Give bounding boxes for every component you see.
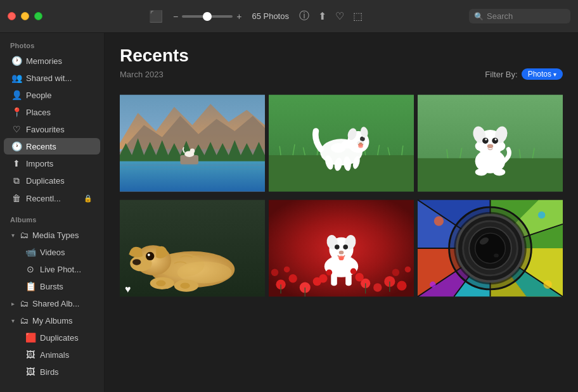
sidebar-item-memories-label: Memories [26,56,62,66]
sidebar-item-bursts-label: Bursts [40,282,63,291]
sidebar-section-photos: Photos [0,33,104,52]
svg-point-33 [358,144,363,148]
sidebar-item-people-label: People [26,91,51,100]
sidebar-item-live-photos[interactable]: ⊙ Live Phot... [4,261,100,277]
sidebar-item-animals-label: Animals [40,350,69,360]
photo-grid: ♥ [120,92,563,299]
svg-point-75 [271,269,278,275]
svg-point-61 [148,254,150,256]
sidebar-item-duplicates[interactable]: ⧉ Duplicates [4,172,100,189]
photo-cell-5[interactable] [269,198,414,299]
share-icon[interactable]: ⬆ [318,10,326,22]
sidebar-group-media-types[interactable]: ▾ 🗂 Media Types [4,227,100,243]
filter-badge[interactable]: Photos ▾ [522,68,563,80]
svg-point-88 [343,244,348,250]
sidebar-item-shared-label: Shared wit... [26,73,72,83]
maximize-button[interactable] [34,12,42,20]
photo-cell-3[interactable] [418,92,563,194]
photo-cell-2[interactable] [269,92,414,194]
sidebar-group-shared-albums[interactable]: ▸ 🗂 Shared Alb... [4,295,100,312]
zoom-slider[interactable] [182,15,233,18]
svg-point-121 [543,281,551,289]
sidebar-item-duplicates-label: Duplicates [26,176,65,186]
sidebar-item-bursts[interactable]: 📋 Bursts [4,278,100,294]
svg-point-9 [190,149,195,154]
filter-label: Filter By: [485,70,517,79]
sidebar-group-my-albums[interactable]: ▾ 🗂 My Albums [4,312,100,329]
svg-point-43 [492,137,498,144]
svg-point-59 [132,259,141,265]
search-input[interactable] [487,11,563,21]
svg-point-97 [350,268,357,274]
sidebar-item-animals[interactable]: 🖼 Animals [4,346,100,363]
sidebar-item-birds-label: Birds [40,367,59,377]
svg-point-65 [180,282,189,289]
sidebar-item-imports-label: Imports [26,159,53,168]
info-icon[interactable]: ⓘ [299,9,309,23]
svg-rect-93 [345,274,352,286]
filter-chevron-icon: ▾ [553,71,556,78]
titlebar: ⬛ − + 65 Photos ⓘ ⬆ ♡ ⬚ 🔍 [0,0,578,33]
svg-point-64 [156,281,165,287]
sidebar-item-places[interactable]: 📍 Places [4,104,100,120]
date-label: March 2023 [120,70,164,79]
svg-point-91 [339,256,344,260]
svg-point-48 [493,168,505,175]
chevron-down-icon-2: ▾ [11,317,15,324]
zoom-control: − + [173,11,241,22]
live-photos-icon: ⊙ [25,264,35,274]
sidebar-item-memories[interactable]: 🕐 Memories [4,53,100,69]
svg-point-68 [288,274,297,282]
search-box: 🔍 [469,9,570,23]
my-albums-icon: 🗂 [19,315,29,326]
sidebar-item-recents-label: Recents [26,142,56,151]
svg-point-46 [487,144,494,148]
zoom-minus-icon: − [173,11,178,22]
sidebar-item-imports[interactable]: ⬆ Imports [4,155,100,172]
minimize-button[interactable] [21,12,29,20]
svg-point-95 [355,273,363,281]
duplicates-icon: ⧉ [11,175,22,186]
sidebar-item-shared[interactable]: 👥 Shared wit... [4,70,100,86]
trash-icon: 🗑 [11,193,22,203]
sidebar-item-favourites[interactable]: ♡ Favourites [4,121,100,137]
sidebar: Photos 🕐 Memories 👥 Shared wit... 👤 Peop… [0,33,105,392]
shared-icon: 👥 [11,73,22,83]
zoom-plus-icon: + [236,11,241,22]
lock-icon: 🔒 [84,194,93,203]
svg-point-47 [475,168,487,175]
sidebar-item-recents[interactable]: 🕐 Recents [4,138,100,155]
content-area: Recents March 2023 Filter By: Photos ▾ [105,33,578,392]
photo-cell-1[interactable] [120,92,265,194]
sidebar-item-duplicates-album-label: Duplicates [40,333,79,343]
filter-value: Photos [528,70,551,79]
recents-icon: 🕐 [11,141,22,151]
svg-point-122 [430,281,436,288]
imports-icon: ⬆ [11,158,22,168]
close-button[interactable] [8,12,16,20]
svg-point-120 [538,212,545,218]
videos-icon: 📹 [25,247,35,257]
photo-cell-6[interactable] [418,198,563,299]
svg-point-23 [342,140,354,148]
page-title: Recents [120,46,563,66]
sidebar-item-people[interactable]: 👤 People [4,87,100,103]
slideshow-icon[interactable]: ⬚ [353,10,363,22]
sidebar-group-shared-albums-label: Shared Alb... [32,299,79,308]
svg-point-78 [405,267,411,273]
media-types-icon: 🗂 [19,230,29,240]
svg-point-119 [434,216,444,225]
sidebar-item-birds[interactable]: 🖼 Birds [4,364,100,380]
sidebar-item-duplicates-album[interactable]: 🟥 Duplicates [4,329,100,346]
animals-icon: 🖼 [25,350,35,360]
svg-rect-92 [331,274,337,286]
heart-icon[interactable]: ♡ [335,10,344,22]
photo-count: 65 Photos [252,11,289,21]
svg-point-76 [284,267,290,273]
svg-point-45 [495,139,497,141]
photo-cell-4[interactable]: ♥ [120,198,265,299]
slideshow-icon[interactable]: ⬛ [149,9,163,23]
sidebar-item-videos[interactable]: 📹 Videos [4,244,100,260]
chevron-right-icon: ▸ [11,300,15,307]
sidebar-item-recently-deleted[interactable]: 🗑 Recentl... 🔒 [4,190,100,206]
